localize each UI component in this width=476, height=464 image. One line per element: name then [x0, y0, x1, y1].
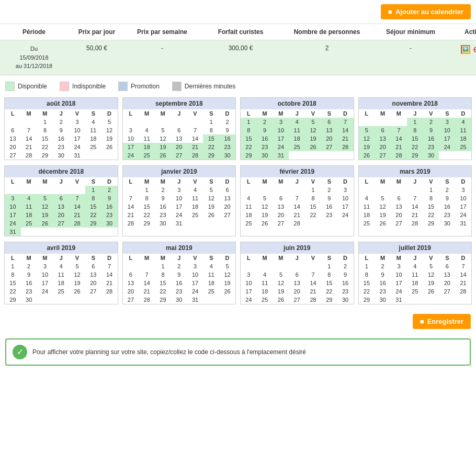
calendar-day[interactable]: 21 [187, 143, 203, 151]
calendar-day[interactable]: 20 [391, 211, 407, 219]
calendar-day[interactable]: 15 [85, 202, 101, 211]
calendar-day[interactable]: 11 [85, 126, 101, 134]
calendar-day[interactable]: 6 [85, 262, 101, 270]
calendar-day[interactable]: 18 [257, 287, 273, 296]
calendar-day[interactable]: 4 [455, 118, 471, 126]
calendar-day[interactable]: 12 [101, 126, 118, 134]
calendar-day[interactable]: 3 [171, 186, 187, 194]
calendar-day[interactable]: 2 [21, 262, 37, 270]
calendar-day[interactable]: 12 [37, 202, 53, 211]
calendar-day[interactable]: 27 [171, 151, 187, 160]
calendar-day[interactable]: 3 [337, 186, 354, 194]
calendar-day[interactable]: 31 [5, 228, 21, 236]
calendar-day[interactable]: 7 [101, 262, 118, 270]
calendar-day[interactable]: 28 [21, 151, 37, 160]
calendar-day[interactable]: 10 [273, 126, 289, 134]
calendar-day[interactable]: 15 [37, 134, 53, 143]
calendar-day[interactable]: 24 [187, 287, 203, 296]
calendar-day[interactable]: 10 [123, 134, 139, 143]
calendar-day[interactable]: 5 [101, 118, 118, 126]
calendar-day[interactable]: 19 [257, 211, 273, 219]
calendar-day[interactable]: 19 [375, 211, 391, 219]
calendar-day[interactable]: 30 [375, 296, 391, 304]
calendar-day[interactable]: 21 [21, 143, 37, 151]
calendar-day[interactable]: 9 [337, 270, 354, 279]
calendar-day[interactable]: 8 [359, 270, 375, 279]
calendar-day[interactable]: 24 [337, 211, 354, 219]
calendar-day[interactable]: 28 [101, 287, 118, 296]
calendar-day[interactable]: 3 [391, 262, 407, 270]
calendar-day[interactable]: 6 [391, 194, 407, 202]
calendar-day[interactable]: 11 [187, 194, 203, 202]
calendar-day[interactable]: 3 [69, 118, 85, 126]
calendar-day[interactable]: 10 [69, 126, 85, 134]
calendar-day[interactable]: 12 [375, 202, 391, 211]
calendar-day[interactable]: 19 [273, 287, 289, 296]
calendar-day[interactable]: 2 [321, 186, 337, 194]
calendar-day[interactable]: 12 [257, 202, 273, 211]
calendar-day[interactable]: 27 [123, 296, 139, 304]
calendar-day[interactable]: 17 [5, 211, 21, 219]
calendar-day[interactable]: 30 [439, 219, 455, 228]
calendar-day[interactable]: 2 [439, 186, 455, 194]
calendar-day[interactable]: 1 [155, 262, 171, 270]
calendar-day[interactable]: 31 [187, 296, 203, 304]
calendar-day[interactable]: 16 [219, 134, 235, 143]
calendar-day[interactable]: 25 [289, 143, 305, 151]
calendar-day[interactable]: 19 [101, 134, 118, 143]
calendar-day[interactable]: 31 [69, 151, 85, 160]
calendar-day[interactable]: 15 [139, 202, 155, 211]
calendar-day[interactable]: 5 [359, 126, 375, 134]
calendar-day[interactable]: 13 [391, 202, 407, 211]
calendar-day[interactable]: 27 [5, 151, 21, 160]
calendar-day[interactable]: 26 [203, 211, 219, 219]
calendar-day[interactable]: 1 [139, 186, 155, 194]
calendar-day[interactable]: 12 [155, 134, 171, 143]
calendar-day[interactable]: 12 [423, 270, 439, 279]
calendar-day[interactable]: 19 [37, 211, 53, 219]
calendar-day[interactable]: 25 [139, 151, 155, 160]
calendar-day[interactable]: 30 [21, 296, 37, 304]
calendar-day[interactable]: 10 [187, 270, 203, 279]
calendar-day[interactable]: 8 [305, 194, 321, 202]
calendar-day[interactable]: 28 [391, 151, 407, 160]
calendar-day[interactable]: 29 [85, 219, 101, 228]
calendar-day[interactable]: 11 [53, 270, 69, 279]
calendar-day[interactable]: 19 [203, 202, 219, 211]
calendar-day[interactable]: 28 [337, 143, 354, 151]
calendar-day[interactable]: 4 [359, 194, 375, 202]
edit-icon[interactable]: 🖼️ [460, 44, 471, 54]
calendar-day[interactable]: 23 [101, 211, 118, 219]
calendar-day[interactable]: 24 [123, 151, 139, 160]
calendar-day[interactable]: 26 [155, 151, 171, 160]
calendar-day[interactable]: 4 [241, 194, 257, 202]
calendar-day[interactable]: 2 [155, 186, 171, 194]
calendar-day[interactable]: 8 [5, 270, 21, 279]
calendar-day[interactable]: 6 [53, 194, 69, 202]
calendar-day[interactable]: 4 [407, 262, 423, 270]
calendar-day[interactable]: 23 [375, 287, 391, 296]
calendar-day[interactable]: 2 [101, 186, 118, 194]
calendar-day[interactable]: 4 [21, 194, 37, 202]
calendar-day[interactable]: 16 [321, 202, 337, 211]
calendar-day[interactable]: 13 [289, 279, 305, 287]
save-button[interactable]: ■ Enregistrer [413, 314, 471, 329]
calendar-day[interactable]: 10 [391, 270, 407, 279]
calendar-day[interactable]: 20 [219, 202, 235, 211]
calendar-day[interactable]: 26 [219, 287, 235, 296]
calendar-day[interactable]: 7 [407, 194, 423, 202]
calendar-day[interactable]: 24 [439, 143, 455, 151]
calendar-day[interactable]: 26 [69, 287, 85, 296]
calendar-day[interactable]: 6 [171, 126, 187, 134]
calendar-day[interactable]: 13 [171, 134, 187, 143]
calendar-day[interactable]: 19 [359, 143, 375, 151]
calendar-day[interactable]: 22 [37, 143, 53, 151]
calendar-day[interactable]: 7 [123, 194, 139, 202]
calendar-day[interactable]: 28 [407, 219, 423, 228]
calendar-day[interactable]: 9 [439, 194, 455, 202]
calendar-day[interactable]: 14 [391, 134, 407, 143]
calendar-day[interactable]: 3 [241, 270, 257, 279]
calendar-day[interactable]: 16 [375, 279, 391, 287]
calendar-day[interactable]: 21 [139, 287, 155, 296]
calendar-day[interactable]: 12 [305, 126, 321, 134]
